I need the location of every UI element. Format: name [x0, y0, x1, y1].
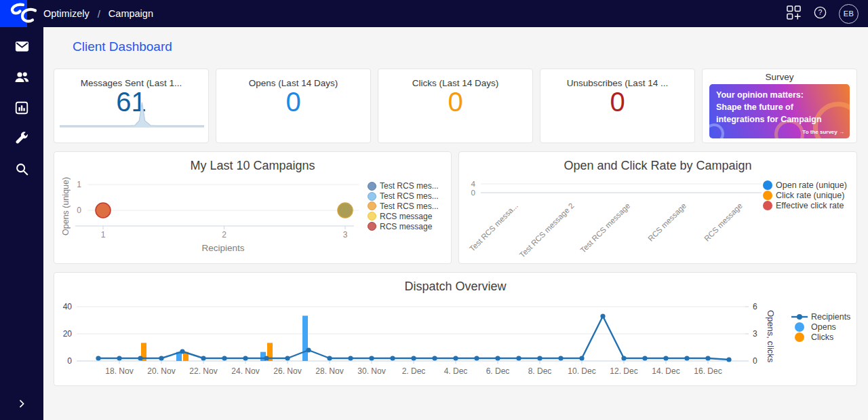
date-label: 20. Nov	[147, 366, 175, 376]
data-point	[348, 356, 353, 360]
sidebar-item-reports[interactable]	[0, 94, 43, 124]
legend-marker	[368, 182, 376, 191]
sparkline-line	[60, 102, 204, 126]
legend-item[interactable]: Click rate (unique)	[763, 191, 847, 201]
breadcrumb: Optimizely / Campaign	[43, 0, 153, 27]
data-point	[705, 356, 710, 360]
category-label: Test RCS message	[578, 202, 631, 254]
legend-item[interactable]: RCS message	[368, 211, 439, 221]
data-point	[96, 356, 100, 360]
legend-item[interactable]: Opens	[791, 322, 850, 332]
app-switcher-button[interactable]	[786, 5, 802, 23]
data-point	[285, 356, 290, 360]
date-label: 18. Nov	[105, 366, 133, 376]
data-point	[558, 356, 563, 360]
help-button[interactable]: ?	[813, 5, 827, 22]
tick-label: 3	[753, 329, 757, 339]
legend-item[interactable]: Test RCS mes...	[368, 181, 439, 191]
tick-label: 2	[222, 230, 226, 240]
kpi-value: 0	[216, 87, 370, 117]
legend-item[interactable]: Recipients	[791, 312, 850, 322]
help-icon: ?	[813, 5, 827, 22]
survey-message: Your opinion matters: Shape the future o…	[709, 84, 850, 126]
legend-marker	[763, 180, 772, 190]
data-point	[621, 356, 626, 360]
kpi-card-messages-sent: Messages Sent (Last 1... 61	[54, 69, 209, 143]
sidebar-item-administration[interactable]	[0, 124, 43, 155]
date-label: 8. Dec	[528, 366, 552, 376]
mail-icon	[14, 39, 30, 57]
survey-card: Survey Your opinion matters: Shape the f…	[702, 69, 857, 143]
main-content: Client Dashboard Messages Sent (Last 1..…	[43, 27, 868, 420]
dispatch-chart-card: Dispatch Overview 0204003618. Nov20. Nov…	[54, 272, 857, 386]
avatar[interactable]: EB	[839, 4, 859, 24]
tick-label: 0	[753, 356, 757, 366]
date-label: 10. Dec	[568, 366, 595, 376]
legend-item[interactable]: RCS message	[368, 221, 439, 231]
people-icon	[14, 69, 30, 88]
legend-item[interactable]: Clicks	[791, 332, 850, 343]
tick-label: 1	[77, 180, 81, 189]
breadcrumb-product[interactable]: Optimizely	[43, 8, 90, 19]
legend-item[interactable]: Effective click rate	[763, 201, 847, 211]
legend-item[interactable]: Test RCS mes...	[368, 191, 439, 202]
survey-banner[interactable]: Your opinion matters: Shape the future o…	[709, 84, 850, 138]
data-point	[537, 356, 542, 360]
data-point	[495, 356, 500, 360]
campaigns-chart-card: My Last 10 Campaigns 01123 Opens (unique…	[54, 151, 452, 264]
legend-item[interactable]: Test RCS mes...	[368, 202, 439, 212]
data-point	[243, 356, 248, 360]
kpi-value: 0	[378, 87, 532, 117]
legend-marker	[368, 192, 376, 201]
kpi-value: 0	[540, 87, 694, 117]
y-axis-label: Opens (unique)	[61, 172, 71, 240]
date-label: 28. Nov	[315, 366, 343, 376]
legend-item[interactable]: Open rate (unique)	[763, 180, 847, 191]
date-label: 22. Nov	[189, 366, 217, 376]
data-point	[726, 357, 731, 362]
sidebar-item-recipients[interactable]	[0, 63, 43, 94]
sparkline-area	[60, 102, 204, 128]
data-point	[474, 356, 479, 360]
chevron-right-icon	[16, 398, 27, 412]
data-point-bubble[interactable]	[338, 203, 353, 218]
decorative-ring	[709, 123, 724, 138]
sidebar-item-mail[interactable]	[0, 33, 43, 63]
legend-marker	[791, 332, 808, 342]
optimizely-logo[interactable]	[0, 0, 43, 27]
data-point	[684, 356, 689, 360]
wrench-icon	[14, 131, 29, 149]
svg-text:?: ?	[818, 8, 823, 16]
date-label: 30. Nov	[357, 366, 385, 376]
date-label: 4. Dec	[444, 366, 468, 376]
data-point	[453, 356, 458, 360]
chart-legend: RecipientsOpensClicks	[791, 312, 850, 342]
legend-marker	[791, 313, 808, 321]
sidebar	[0, 0, 43, 420]
tick-label: 3	[343, 230, 348, 240]
date-label: 12. Dec	[610, 366, 637, 376]
opens-bar	[302, 316, 308, 361]
chart-legend: Open rate (unique)Click rate (unique)Eff…	[763, 180, 847, 210]
topbar: Optimizely / Campaign ? EB	[0, 0, 868, 27]
data-point	[180, 349, 184, 354]
category-label: RCS message	[703, 202, 744, 243]
data-point	[432, 356, 437, 360]
apps-grid-icon	[786, 5, 802, 23]
app-window: Optimizely / Campaign ? EB Client Dashbo…	[0, 0, 868, 420]
data-point-bubble[interactable]	[96, 203, 111, 218]
data-point	[579, 356, 584, 360]
legend-marker	[368, 202, 376, 210]
survey-link[interactable]: To the survey →	[802, 129, 844, 135]
legend-label: Recipients	[811, 312, 850, 322]
legend-marker	[763, 191, 772, 200]
legend-label: Test RCS mes...	[380, 191, 439, 201]
x-axis-label: Recipients	[87, 243, 359, 253]
legend-label: Test RCS mes...	[380, 202, 439, 211]
sidebar-expand-button[interactable]	[0, 398, 43, 412]
tick-label: 1	[101, 230, 106, 240]
breadcrumb-section[interactable]: Campaign	[108, 8, 153, 19]
survey-card-title: Survey	[703, 72, 856, 82]
breadcrumb-separator: /	[98, 8, 100, 20]
sidebar-item-search[interactable]	[0, 155, 43, 185]
